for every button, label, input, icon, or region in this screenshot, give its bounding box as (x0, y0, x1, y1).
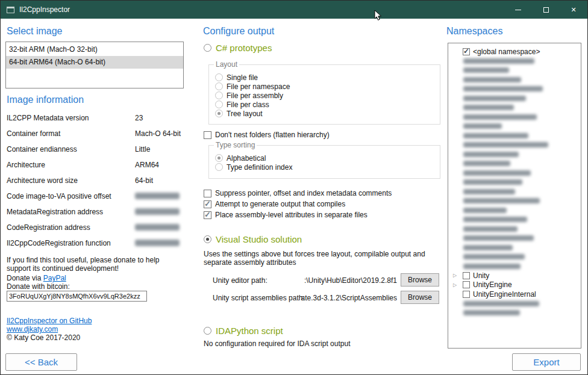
namespace-item[interactable] (448, 150, 581, 160)
radio-option[interactable]: File per namespace (215, 82, 290, 91)
redacted-namespace (463, 264, 521, 269)
namespace-item[interactable] (448, 75, 581, 85)
namespace-checkbox[interactable] (463, 291, 470, 298)
namespace-item[interactable] (448, 178, 581, 187)
namespace-checkbox[interactable] (463, 48, 470, 55)
redacted-namespace (463, 198, 540, 203)
radio-option[interactable]: File per class (215, 100, 290, 109)
namespace-item[interactable] (448, 66, 581, 75)
bitcoin-label: Donate with bitcoin: (7, 282, 70, 291)
info-row: CodeRegistration address (7, 223, 184, 239)
namespace-list[interactable]: ▷<global namespace>▷Unity▷UnityEngine▷Un… (448, 43, 581, 349)
unity-script-browse-button[interactable]: Browse (401, 291, 439, 304)
redacted-namespace (463, 133, 528, 138)
namespace-item[interactable] (448, 225, 581, 234)
image-list[interactable]: 32-bit ARM (Mach-O 32-bit)64-bit ARM64 (… (5, 42, 184, 88)
namespace-item[interactable]: ▷Unity (448, 271, 581, 280)
namespace-item[interactable] (448, 234, 581, 243)
namespace-item[interactable]: ▷UnityEngineInternal (448, 290, 581, 299)
radio-option[interactable]: Tree layout (215, 109, 290, 118)
redacted-namespace (463, 58, 534, 64)
namespace-item[interactable] (448, 206, 581, 215)
info-label: Container endianness (7, 145, 135, 161)
github-link[interactable]: Il2CppInspector on GitHub (7, 317, 92, 325)
paypal-link[interactable]: PayPal (43, 274, 66, 282)
separate-attributes-label: Place assembly-level attributes in separ… (215, 211, 367, 219)
idapython-script-radio[interactable]: IDAPython script (204, 326, 283, 336)
info-row: IL2CPP Metadata version23 (7, 114, 184, 129)
namespace-item[interactable] (448, 299, 581, 309)
radio-option-label: Tree layout (227, 110, 263, 118)
expander-icon[interactable]: ▷ (453, 282, 463, 288)
radio-option-label: Type definition index (227, 163, 292, 172)
bitcoin-address-input[interactable] (7, 291, 147, 302)
image-list-item[interactable]: 32-bit ARM (Mach-O 32-bit) (6, 43, 183, 56)
image-list-item[interactable]: 64-bit ARM64 (Mach-O 64-bit) (6, 56, 183, 69)
namespace-item[interactable] (448, 187, 581, 197)
csharp-prototypes-radio[interactable]: C# prototypes (204, 43, 272, 53)
namespace-item[interactable] (448, 215, 581, 225)
namespace-label: UnityEngineInternal (473, 290, 536, 299)
expander-icon[interactable]: ▷ (453, 273, 463, 278)
sorting-options: AlphabeticalType definition index (215, 153, 292, 172)
suppress-comments-checkbox[interactable]: Suppress pointer, offset and index metad… (204, 189, 392, 197)
info-label: Architecture word size (7, 176, 135, 192)
info-label: Container format (7, 129, 135, 145)
export-button[interactable]: Export (512, 353, 581, 371)
unity-editor-browse-button[interactable]: Browse (401, 273, 439, 287)
minimize-button[interactable] (504, 1, 532, 19)
maximize-button[interactable] (532, 1, 560, 19)
website-link[interactable]: www.djkaty.com (7, 325, 58, 333)
radio-option-label: File per namespace (227, 82, 290, 91)
radio-option-label: Alphabetical (227, 154, 266, 163)
namespace-item[interactable] (448, 196, 581, 206)
window-title: Il2CppInspector (19, 5, 70, 14)
layout-group-label: Layout (214, 60, 239, 69)
namespace-item[interactable]: ▷UnityEngine (448, 280, 581, 290)
info-row: MetadataRegistration address (7, 208, 184, 223)
namespace-item[interactable] (448, 57, 581, 66)
radio-option[interactable]: File per assembly (215, 91, 290, 100)
radio-option[interactable]: Alphabetical (215, 153, 292, 163)
namespace-item[interactable] (448, 159, 581, 169)
namespace-item[interactable] (448, 262, 581, 271)
namespace-item[interactable] (448, 94, 581, 104)
copyright-text: © Katy Coe 2017-2020 (7, 333, 80, 342)
radio-option-label: File per assembly (227, 91, 283, 100)
namespace-item[interactable] (448, 169, 581, 178)
namespace-item[interactable] (448, 122, 581, 131)
namespace-item[interactable] (448, 252, 581, 262)
redacted-namespace (463, 96, 526, 101)
info-row: Code image-to-VA positive offset (7, 192, 184, 208)
redacted-namespace (463, 245, 513, 250)
namespace-item[interactable] (448, 140, 581, 150)
namespace-item[interactable] (448, 243, 581, 253)
info-row: ArchitectureARM64 (7, 161, 184, 176)
info-value: 23 (135, 114, 184, 129)
namespace-item[interactable] (448, 131, 581, 141)
namespace-checkbox[interactable] (463, 272, 470, 279)
radio-option[interactable]: Type definition index (215, 163, 292, 172)
visual-studio-solution-radio[interactable]: Visual Studio solution (204, 234, 302, 244)
namespace-item[interactable] (448, 113, 581, 122)
namespace-item[interactable] (448, 84, 581, 94)
namespace-checkbox[interactable] (463, 281, 470, 288)
info-value: 64-bit (135, 176, 184, 192)
info-row: Container endiannessLittle (7, 145, 184, 161)
radio-option[interactable]: Single file (215, 73, 290, 82)
redacted-namespace (463, 179, 522, 185)
redacted-namespace (463, 301, 539, 306)
info-row: Il2CppCodeRegistration function (7, 239, 184, 255)
info-label: Il2CppCodeRegistration function (7, 239, 135, 255)
namespace-item[interactable] (448, 308, 581, 318)
back-button[interactable]: << Back (5, 353, 77, 371)
flatten-hierarchy-checkbox[interactable]: Don't nest folders (flatten hierarchy) (204, 131, 330, 139)
redacted-namespace (463, 86, 543, 91)
namespace-item[interactable] (448, 103, 581, 113)
close-button[interactable]: ✕ (560, 1, 587, 19)
image-information-heading: Image information (7, 95, 84, 105)
separate-attributes-checkbox[interactable]: Place assembly-level attributes in separ… (204, 211, 367, 219)
namespace-item[interactable]: ▷<global namespace> (448, 47, 581, 57)
redacted-value (135, 240, 180, 246)
compilable-output-checkbox[interactable]: Attempt to generate output that compiles (204, 200, 345, 208)
